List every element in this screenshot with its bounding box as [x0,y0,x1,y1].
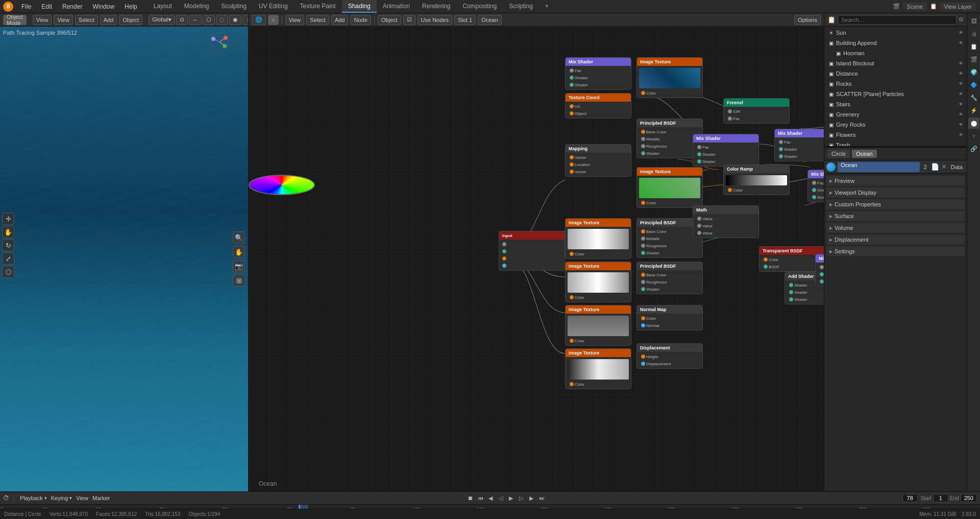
prop-header-preview[interactable]: ▶ Preview [826,176,965,186]
circle-btn[interactable]: Circle [827,150,850,158]
world-props-tab[interactable]: 🌍 [968,66,979,78]
playback-menu[interactable]: Playback ▾ [20,495,47,501]
node-10[interactable]: Principled BSDF Base Color Roughness Sha… [636,262,703,294]
particles-tab[interactable]: ⚡ [968,105,979,116]
viewport-view-btn[interactable]: View [33,15,52,25]
viewport-object-btn[interactable]: Object [119,15,142,25]
viewport-canvas[interactable]: Path Tracing Sample 396/512 ✛ ✋ ↻ ⤢ ⬡ 🔍 … [0,27,248,491]
output-props-tab[interactable]: 🖨 [968,28,979,39]
tab-modeling[interactable]: Modeling [178,0,215,13]
node-math[interactable]: Math Value Value Value [693,205,759,238]
ne-options[interactable]: Options [794,15,821,25]
node-8[interactable]: Image Texture Color [636,167,703,208]
ne-add[interactable]: Add [331,15,349,25]
outliner-item-building[interactable]: ▣ Building Append 👁 [824,38,967,48]
ne-material-name[interactable]: Ocean [478,15,501,25]
node-14[interactable]: Displacement Height Displacement [636,343,703,369]
outliner-item-grey-rocks[interactable]: ▣ Grey Rocks 👁 [824,120,967,130]
visibility-icon[interactable]: 👁 [958,101,964,107]
node-color-wheel[interactable] [249,175,315,195]
outliner-item-rocks[interactable]: ▣ Rocks 👁 [824,79,967,89]
next-frame-btn[interactable]: ▶ [527,493,536,503]
ne-use-nodes-check[interactable]: ☑ [403,15,415,25]
menu-render[interactable]: Render [57,0,87,13]
visibility-icon[interactable]: 👁 [958,111,964,117]
node-5[interactable]: Mapping Vector Location Vector [565,144,631,177]
tab-uv-editing[interactable]: UV Editing [253,0,294,13]
prop-header-settings[interactable]: ▶ Settings [826,246,965,256]
ne-editor-type[interactable]: 🌐 [252,15,266,25]
menu-edit[interactable]: Edit [36,0,57,13]
tab-layout[interactable]: Layout [148,0,178,13]
prop-header-custom[interactable]: ▶ Custom Properties [826,199,965,209]
prev-keyframe-btn[interactable]: ◁ [496,493,505,503]
current-frame[interactable]: 78 [902,494,918,502]
node-mix-3[interactable]: Mix Shader Fac Shader Shader [774,129,824,161]
outliner-item-flowers[interactable]: ▣ Flowers 👁 [824,130,967,140]
prop-header-surface[interactable]: ▶ Surface [826,211,965,221]
object-props-tab[interactable]: 🔷 [968,79,979,90]
skip-start-btn[interactable]: ⏮ [476,493,485,503]
material-tab[interactable]: ⬤ [968,117,979,129]
marker-menu[interactable]: Marker [92,495,110,501]
scene-name[interactable]: Scene [903,3,927,11]
prop-header-viewport[interactable]: ▶ Viewport Display [826,187,965,198]
tab-add[interactable]: + [539,0,555,13]
visibility-icon[interactable]: 👁 [958,132,964,138]
visibility-icon[interactable]: 👁 [958,91,964,97]
node-19[interactable]: Mix Shader Fac Shader Shader [815,254,824,287]
outliner-item-sun[interactable]: ☀ Sun 👁 [824,28,967,38]
visibility-icon[interactable]: 👁 [958,40,964,46]
tab-rendering[interactable]: Rendering [416,0,456,13]
next-keyframe-btn[interactable]: ▷ [517,493,526,503]
tab-animation[interactable]: Animation [377,0,416,13]
tab-compositing[interactable]: Compositing [456,0,503,13]
outliner-item-scatter[interactable]: ▣ SCATTER [Plane] Particles 👁 [824,89,967,99]
skip-end-btn[interactable]: ⏭ [537,493,546,503]
prev-frame-btn[interactable]: ◀ [486,493,495,503]
ne-select[interactable]: Select [306,15,329,25]
node-13[interactable]: Image Texture Color [565,348,631,389]
camera-tool[interactable]: 📷 [233,260,245,272]
node-4[interactable]: Texture Coord UV Object [565,93,631,119]
rendered-btn[interactable]: ◉ [229,15,241,25]
viewport-select-btn[interactable]: View [54,15,73,25]
node-editor[interactable]: 🌐 ○ View Select Add Node Object ☑ Use No… [249,13,824,491]
visibility-icon[interactable]: 👁 [958,122,964,128]
node-fresnel[interactable]: Fresnel IOR Fac [723,98,790,124]
visibility-icon[interactable]: 👁 [958,30,964,36]
node-2[interactable]: Image Texture Color [636,57,703,98]
mat-new-icon[interactable]: 📄 [931,163,939,171]
menu-window[interactable]: Window [87,0,119,13]
outliner-item-greenery[interactable]: ▣ Greenery 👁 [824,109,967,120]
outliner-item-stairs[interactable]: ▣ Stairs 👁 [824,99,967,109]
menu-file[interactable]: File [16,0,36,13]
ne-use-nodes-label[interactable]: Use Nodes [418,15,452,25]
snap-btn[interactable]: ⊙ [176,15,188,25]
tab-sculpting[interactable]: Sculpting [215,0,253,13]
wireframe-btn[interactable]: ◌ [216,15,228,25]
node-16[interactable]: Transparent BSDF Color BSDF [759,246,824,272]
node-canvas[interactable]: Input Mix Shader Fac Shader [249,27,824,491]
data-tab[interactable]: ▿ [968,130,979,141]
viewport-select-label[interactable]: Select [75,15,98,25]
view-layer-tab[interactable]: 📋 [968,41,979,52]
node-9[interactable]: Image Texture Color [565,262,631,302]
outliner-search[interactable] [838,15,957,25]
prop-header-volume[interactable]: ▶ Volume [826,223,965,233]
view-layer-name[interactable]: View Layer [940,3,976,11]
modifier-tab[interactable]: 🔧 [968,92,979,103]
node-mix-1[interactable]: Mix Shader Fac Shader Shader [565,57,631,90]
scene-props-tab[interactable]: 🎬 [968,54,979,65]
stop-btn[interactable]: ⏹ [465,493,475,503]
pause-btn[interactable]: ⏸ [242,15,249,25]
visibility-icon[interactable]: 👁 [958,81,964,87]
constraint-tab[interactable]: 🔗 [968,143,979,154]
start-frame[interactable]: 1 [933,494,948,502]
zoom-tool[interactable]: 🔍 [233,231,245,244]
menu-help[interactable]: Help [119,0,142,13]
outliner-item-distance[interactable]: ▣ Distance 👁 [824,68,967,79]
end-frame[interactable]: 250 [961,494,977,502]
tab-shading[interactable]: Shading [342,0,377,13]
filter-icon[interactable]: ⚙ [959,16,964,23]
